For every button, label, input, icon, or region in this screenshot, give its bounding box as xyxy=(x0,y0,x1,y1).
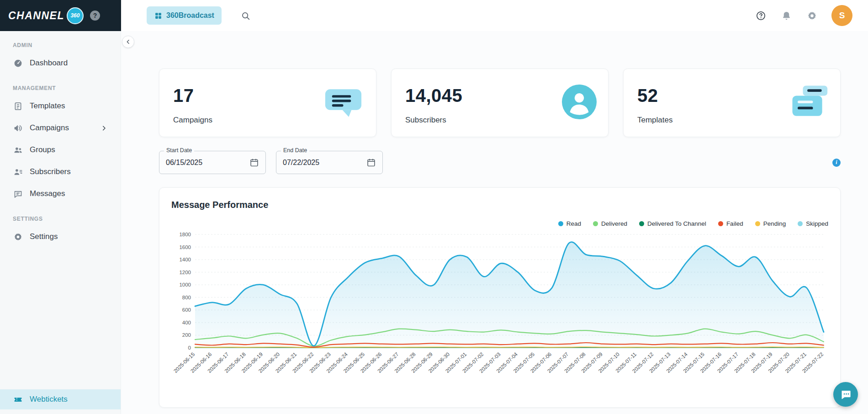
legend-item-delivered-to-channel[interactable]: Delivered To Channel xyxy=(639,220,706,227)
logo-help-icon[interactable]: ? xyxy=(90,11,100,21)
stat-card-campaigns: 17Campaigns xyxy=(159,69,376,137)
top-header: 360Broadcast S xyxy=(121,0,868,31)
app-chip-360broadcast[interactable]: 360Broadcast xyxy=(147,6,222,25)
sidebar-item-templates[interactable]: Templates xyxy=(0,95,121,117)
stat-label: Templates xyxy=(637,116,672,125)
sidebar-item-settings[interactable]: Settings xyxy=(0,226,121,248)
y-tick-label: 200 xyxy=(182,332,191,338)
stat-label: Subscribers xyxy=(405,116,446,125)
calendar-icon[interactable] xyxy=(249,158,259,167)
y-tick-label: 800 xyxy=(182,295,191,300)
legend-dot xyxy=(558,221,563,226)
series-area-read xyxy=(195,242,824,348)
y-tick-label: 1400 xyxy=(179,257,191,262)
dashboard-icon xyxy=(13,58,23,68)
legend-dot xyxy=(755,221,760,226)
groups-icon xyxy=(13,145,23,155)
info-icon[interactable]: i xyxy=(832,159,841,167)
sidebar-item-subscribers[interactable]: Subscribers xyxy=(0,161,121,183)
logo-360-badge: 360 xyxy=(67,7,84,24)
legend-item-pending[interactable]: Pending xyxy=(755,220,786,227)
legend-label: Skipped xyxy=(806,220,828,227)
header-actions: S xyxy=(755,5,852,26)
sidebar-item-groups[interactable]: Groups xyxy=(0,139,121,161)
sidebar-sections: ADMINDashboardMANAGEMENTTemplatesCampaig… xyxy=(0,31,121,248)
y-tick-label: 1800 xyxy=(179,232,191,237)
sidebar-item-label: Campaigns xyxy=(30,123,69,133)
campaign-bubble-icon xyxy=(322,80,365,126)
sidebar-collapse-button[interactable] xyxy=(122,36,134,48)
main-content: 17Campaigns14,045Subscribers52Templates … xyxy=(121,31,868,414)
sidebar-section-label: ADMIN xyxy=(0,31,121,52)
legend-dot xyxy=(798,221,803,226)
sidebar-item-label: Dashboard xyxy=(30,58,68,68)
message-performance-chart: 0200400600800100012001400160018002025-06… xyxy=(171,231,829,395)
subscribers-icon xyxy=(13,167,23,177)
sidebar-item-label: Settings xyxy=(30,232,58,241)
chat-widget-button[interactable] xyxy=(833,382,858,407)
start-date-value: 06/15/2025 xyxy=(166,159,202,167)
search-icon[interactable] xyxy=(241,11,250,21)
y-tick-label: 1600 xyxy=(179,244,191,250)
y-tick-label: 400 xyxy=(182,320,191,325)
end-date-label: End Date xyxy=(281,147,309,154)
sidebar-item-label: Webtickets xyxy=(30,395,68,404)
sidebar-item-messages[interactable]: Messages xyxy=(0,183,121,205)
y-tick-label: 1000 xyxy=(179,282,191,287)
legend-item-read[interactable]: Read xyxy=(558,220,581,227)
sidebar-section-label: MANAGEMENT xyxy=(0,74,121,95)
stat-card-subscribers: 14,045Subscribers xyxy=(391,69,609,137)
date-filters-row: Start Date 06/15/2025 End Date 07/22/202… xyxy=(159,151,841,174)
campaigns-icon xyxy=(13,123,23,133)
logo-block: CHANNEL 360 ? xyxy=(0,0,121,31)
sidebar-section-label: SETTINGS xyxy=(0,205,121,226)
series-line-pending xyxy=(195,347,824,348)
settings-icon xyxy=(13,232,23,242)
legend-dot xyxy=(639,221,644,226)
templates-icon xyxy=(13,101,23,111)
chevron-right-icon xyxy=(100,124,108,132)
broadcast-icon xyxy=(154,11,162,20)
logo-channel-text: CHANNEL xyxy=(8,10,64,22)
app-chip-label: 360Broadcast xyxy=(166,11,214,20)
sidebar-item-webtickets[interactable]: Webtickets xyxy=(0,389,121,409)
subscriber-avatar-icon xyxy=(561,84,597,122)
template-cards-icon xyxy=(787,85,829,122)
legend-label: Delivered xyxy=(601,220,627,227)
end-date-value: 07/22/2025 xyxy=(283,159,319,167)
stat-card-templates: 52Templates xyxy=(623,69,841,137)
user-avatar[interactable]: S xyxy=(831,5,852,26)
start-date-field[interactable]: Start Date 06/15/2025 xyxy=(159,151,266,174)
sidebar-item-label: Subscribers xyxy=(30,167,71,176)
legend-label: Delivered To Channel xyxy=(647,220,706,227)
legend-dot xyxy=(718,221,723,226)
chart-legend: ReadDeliveredDelivered To ChannelFailedP… xyxy=(171,220,828,227)
calendar-icon[interactable] xyxy=(366,158,376,167)
y-tick-label: 1200 xyxy=(179,270,191,275)
message-performance-card: Message Performance ReadDeliveredDeliver… xyxy=(159,187,841,408)
sidebar-item-label: Messages xyxy=(30,189,65,198)
bell-icon[interactable] xyxy=(780,10,792,21)
stats-row: 17Campaigns14,045Subscribers52Templates xyxy=(159,69,841,137)
legend-label: Read xyxy=(566,220,581,227)
sidebar-item-campaigns[interactable]: Campaigns xyxy=(0,117,121,139)
end-date-field[interactable]: End Date 07/22/2025 xyxy=(276,151,383,174)
legend-label: Failed xyxy=(726,220,743,227)
y-tick-label: 0 xyxy=(188,345,191,350)
legend-item-failed[interactable]: Failed xyxy=(718,220,743,227)
legend-label: Pending xyxy=(763,220,786,227)
webtickets-icon xyxy=(13,394,23,404)
start-date-label: Start Date xyxy=(164,147,194,154)
sidebar: ADMINDashboardMANAGEMENTTemplatesCampaig… xyxy=(0,31,121,414)
legend-item-delivered[interactable]: Delivered xyxy=(593,220,627,227)
sidebar-item-dashboard[interactable]: Dashboard xyxy=(0,52,121,74)
stat-label: Campaigns xyxy=(173,116,212,125)
sidebar-item-label: Groups xyxy=(30,145,55,154)
y-tick-label: 600 xyxy=(182,307,191,313)
help-circle-icon[interactable] xyxy=(755,10,767,21)
sidebar-item-label: Templates xyxy=(30,101,65,111)
gear-icon[interactable] xyxy=(806,10,818,21)
legend-dot xyxy=(593,221,598,226)
legend-item-skipped[interactable]: Skipped xyxy=(798,220,828,227)
messages-icon xyxy=(13,189,23,199)
